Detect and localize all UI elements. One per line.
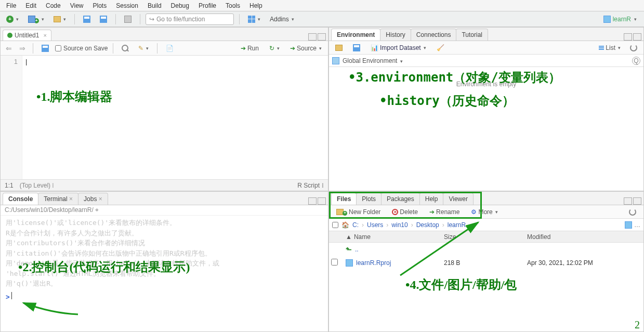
breadcrumb-part[interactable]: Users	[367, 221, 383, 229]
tab-viewer[interactable]: Viewer	[443, 193, 473, 205]
tab-console[interactable]: Console	[3, 193, 38, 205]
cube-icon	[603, 16, 611, 23]
project-selector[interactable]: learnR▾	[599, 15, 641, 24]
menu-edit[interactable]: Edit	[21, 1, 41, 10]
new-project-button[interactable]: +▾	[25, 14, 47, 25]
breadcrumb-part[interactable]: C:	[352, 221, 359, 229]
file-row[interactable]: learnR.Rproj 218 B Apr 30, 2021, 12:02 P…	[329, 256, 643, 270]
select-all-checkbox[interactable]	[332, 222, 338, 228]
files-pane: Files Plots Packages Help Viewer + New F…	[328, 191, 644, 332]
tab-environment[interactable]: Environment	[331, 29, 380, 41]
menu-session[interactable]: Session	[112, 1, 142, 10]
minimize-pane-icon[interactable]	[624, 33, 632, 41]
menu-plots[interactable]: Plots	[89, 1, 111, 10]
find-button[interactable]	[119, 43, 132, 54]
open-file-button[interactable]: ▾	[50, 15, 69, 24]
env-toolbar: 📊 Import Dataset ▾ 🧹 List▾	[329, 41, 643, 55]
nav-back-icon[interactable]: ⇐	[4, 44, 14, 52]
more-path-button[interactable]: …	[634, 221, 640, 229]
menu-help[interactable]: Help	[245, 1, 267, 10]
maximize-pane-icon[interactable]	[318, 33, 326, 41]
file-row-updir[interactable]: ⬑ ..	[329, 243, 643, 256]
menu-file[interactable]: File	[2, 1, 20, 10]
delete-button[interactable]: × Delete	[389, 207, 421, 217]
import-dataset-button[interactable]: 📊 Import Dataset ▾	[367, 43, 429, 53]
col-modified[interactable]: Modified	[527, 233, 641, 241]
view-mode-button[interactable]: List▾	[596, 43, 624, 53]
tab-packages[interactable]: Packages	[381, 193, 420, 205]
rerun-button[interactable]: ↻▾	[266, 43, 283, 54]
search-env-button[interactable]: Q	[632, 57, 640, 65]
menu-view[interactable]: View	[66, 1, 88, 10]
minimize-pane-icon[interactable]	[624, 197, 632, 205]
grid-icon	[248, 16, 255, 23]
goto-project-dir-icon[interactable]	[625, 221, 632, 229]
save-src-button[interactable]	[38, 43, 52, 54]
load-workspace-button[interactable]	[332, 43, 346, 52]
addins-button[interactable]: Addins ▾	[267, 14, 297, 24]
tab-history[interactable]: History	[380, 29, 411, 41]
language-mode[interactable]: R Script	[297, 182, 320, 189]
print-button[interactable]	[121, 14, 135, 24]
minimize-pane-icon[interactable]	[308, 33, 317, 41]
compile-report-button[interactable]: 📄	[163, 43, 177, 54]
tab-help[interactable]: Help	[419, 193, 444, 205]
breadcrumb-part[interactable]: learnR	[448, 221, 466, 229]
tab-tutorial[interactable]: Tutorial	[456, 29, 488, 41]
maximize-pane-icon[interactable]	[318, 197, 326, 205]
rename-button[interactable]: ➔ Rename	[426, 207, 463, 217]
separator	[113, 43, 113, 54]
maximize-pane-icon[interactable]	[633, 197, 641, 205]
source-button[interactable]: ➔Source▾	[287, 43, 325, 54]
editor-body[interactable]: 1 |	[1, 56, 328, 179]
col-size[interactable]: Size	[444, 233, 527, 241]
separator	[33, 43, 33, 54]
maximize-pane-icon[interactable]	[633, 33, 641, 41]
tab-plots[interactable]: Plots	[356, 193, 382, 205]
env-empty-message: Environment is empty	[329, 67, 643, 88]
tab-files[interactable]: Files	[331, 193, 357, 205]
nav-fwd-icon[interactable]: ⇒	[17, 44, 28, 52]
col-name[interactable]: ▲ Name	[346, 233, 444, 241]
console-line: 用'license()'或'licence()'来看散布的详细条件。	[6, 218, 323, 228]
save-button[interactable]	[80, 14, 94, 24]
code-area[interactable]: |	[22, 56, 328, 179]
scope-selector[interactable]: (Top Level) ⁞	[20, 182, 55, 189]
refresh-button[interactable]	[627, 43, 640, 53]
save-workspace-button[interactable]	[350, 43, 363, 53]
clear-workspace-button[interactable]: 🧹	[433, 43, 448, 53]
tab-jobs[interactable]: Jobs ×	[78, 193, 108, 205]
menu-tools[interactable]: Tools	[221, 1, 244, 10]
code-tools-button[interactable]: ✎▾	[135, 43, 152, 54]
panes-button[interactable]: ▾	[245, 14, 264, 24]
new-folder-button[interactable]: + New Folder	[333, 207, 384, 217]
breadcrumb-part[interactable]: Desktop	[416, 221, 439, 229]
source-tab-untitled1[interactable]: Untitled1 ×	[3, 30, 51, 41]
console-line: 用'q()'退出R。	[6, 278, 323, 289]
rdoc-icon	[7, 33, 12, 38]
menu-profile[interactable]: Profile	[194, 1, 220, 10]
menu-build[interactable]: Build	[143, 1, 166, 10]
menu-code[interactable]: Code	[42, 1, 65, 10]
breadcrumb-part[interactable]: win10	[391, 221, 408, 229]
close-tab-icon[interactable]: ×	[41, 32, 46, 38]
breadcrumb-home-icon[interactable]: 🏠	[341, 221, 349, 229]
new-file-button[interactable]: +▾	[3, 14, 22, 24]
console-working-dir[interactable]: C:/Users/win10/Desktop/learnR/ ⌖	[1, 205, 328, 216]
tab-connections[interactable]: Connections	[411, 29, 457, 41]
console-tabs-row: Console Terminal × Jobs ×	[1, 192, 328, 205]
more-button[interactable]: ⚙ More ▾	[468, 207, 501, 217]
tab-terminal[interactable]: Terminal ×	[38, 193, 78, 205]
source-status-bar: 1:1 (Top Level) ⁞ R Script ⁞	[1, 179, 328, 191]
console-body[interactable]: 用'license()'或'licence()'来看散布的详细条件。 R是个合作…	[1, 216, 328, 331]
source-on-save-checkbox[interactable]: Source on Save	[55, 45, 108, 52]
rename-arrow-icon: ➔	[429, 208, 435, 216]
run-button[interactable]: ➔Run	[238, 43, 262, 54]
scope-selector[interactable]: Global Environment ▾	[343, 57, 403, 64]
file-select-checkbox[interactable]	[331, 259, 338, 265]
menu-debug[interactable]: Debug	[167, 1, 193, 10]
refresh-files-button[interactable]	[626, 207, 639, 217]
goto-file-function-input[interactable]: ↪Go to file/function	[146, 14, 234, 25]
save-all-button[interactable]	[97, 14, 110, 24]
minimize-pane-icon[interactable]	[308, 197, 317, 205]
